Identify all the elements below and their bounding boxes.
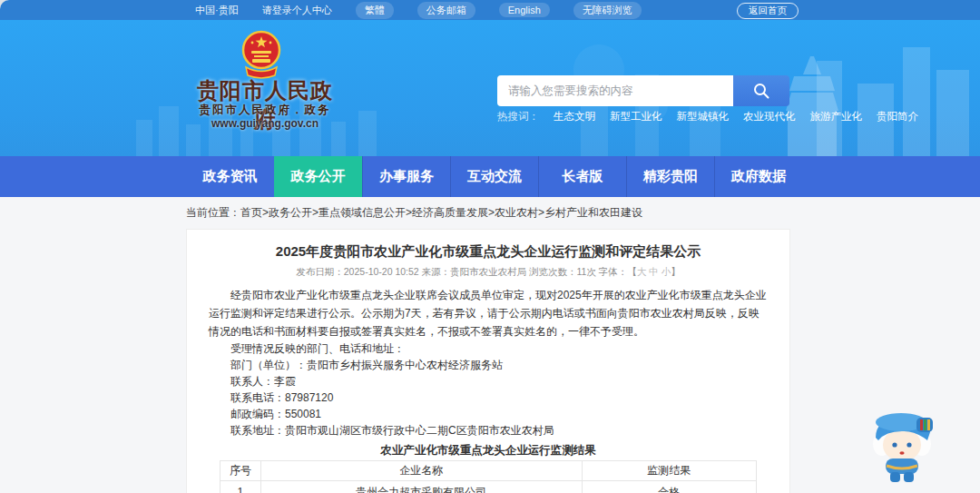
monitor-result-table: 序号 企业名称 监测结果 1 贵州合力超市采购有限公司 合格 2 贵州友禾种业有… bbox=[220, 460, 756, 493]
font-size-large-button[interactable]: 大 bbox=[637, 266, 647, 277]
hot-word-tourism[interactable]: 旅游产业化 bbox=[810, 110, 863, 123]
topbar-item-official-mail[interactable]: 公务邮箱 bbox=[417, 2, 475, 19]
article-meta: 发布日期：2025-10-20 10:52 来源：贵阳市农业农村局 浏览次数：1… bbox=[209, 265, 768, 278]
table-caption: 农业产业化市级重点龙头企业运行监测结果 bbox=[209, 444, 768, 457]
article-source: 来源：贵阳市农业农村局 bbox=[422, 266, 527, 277]
article-line-accept-info: 受理情况反映的部门、电话和地址： bbox=[209, 340, 768, 357]
cell-result: 合格 bbox=[582, 481, 756, 493]
article-line-department: 部门（单位）：贵阳市乡村振兴服务中心农村经济服务站 bbox=[209, 357, 768, 373]
topbar-item-accessibility[interactable]: 无障碍浏览 bbox=[573, 2, 642, 19]
top-utility-bar: 中国·贵阳 请登录个人中心 繁體 公务邮箱 English 无障碍浏览 返回首页 bbox=[0, 0, 980, 20]
nav-item-services[interactable]: 办事服务 bbox=[362, 156, 450, 197]
article-line-address: 联系地址：贵阳市观山湖区市级行政中心二期C区贵阳市农业农村局 bbox=[209, 422, 768, 439]
topbar-item-english[interactable]: English bbox=[499, 3, 550, 17]
search-input[interactable] bbox=[497, 75, 733, 106]
article-title: 2025年度贵阳市农业产业化市级重点龙头企业运行监测和评定结果公示 bbox=[209, 242, 768, 261]
national-emblem-icon bbox=[240, 30, 282, 81]
font-size-label-close: 】 bbox=[671, 266, 681, 277]
site-subtitle: 贵阳市人民政府．政务 bbox=[188, 103, 342, 118]
site-url[interactable]: www.guiyang.gov.cn bbox=[188, 117, 342, 130]
publish-date: 发布日期：2025-10-20 10:52 bbox=[296, 266, 418, 277]
table-row: 1 贵州合力超市采购有限公司 合格 bbox=[220, 481, 756, 493]
hot-word-urbanization[interactable]: 新型城镇化 bbox=[677, 110, 730, 123]
hot-search-row: 热搜词： 生态文明 新型工业化 新型城镇化 农业现代化 旅游产业化 贵阳简介 bbox=[497, 110, 918, 123]
assistant-mascot[interactable] bbox=[867, 408, 941, 488]
search-bar bbox=[497, 75, 789, 106]
cell-index: 1 bbox=[220, 481, 260, 493]
article-line-phone: 联系电话：87987120 bbox=[209, 389, 768, 406]
breadcrumb-label: 当前位置： bbox=[186, 205, 240, 221]
article-body: 经贵阳市农业产业化市级重点龙头企业联席会议成员单位审定，现对2025年开展的农业… bbox=[209, 286, 768, 493]
table-header-row: 序号 企业名称 监测结果 bbox=[220, 461, 756, 481]
hot-word-industrialization[interactable]: 新型工业化 bbox=[610, 110, 662, 123]
nav-item-gov-disclosure[interactable]: 政务公开 bbox=[274, 156, 362, 197]
mascot-icon bbox=[867, 408, 941, 484]
cell-company: 贵州合力超市采购有限公司 bbox=[260, 481, 582, 493]
return-home-button[interactable]: 返回首页 bbox=[737, 3, 799, 19]
nav-item-senior-version[interactable]: 长者版 bbox=[538, 156, 626, 197]
topbar-item-login-personal-center[interactable]: 请登录个人中心 bbox=[262, 4, 332, 17]
header-index: 序号 bbox=[220, 461, 260, 481]
hot-word-ecology[interactable]: 生态文明 bbox=[554, 110, 595, 123]
font-size-medium-button[interactable]: 中 bbox=[649, 266, 659, 277]
search-button[interactable] bbox=[733, 75, 789, 106]
nav-item-news[interactable]: 政务资讯 bbox=[186, 156, 274, 197]
header-company-name: 企业名称 bbox=[260, 461, 582, 481]
header-monitor-result: 监测结果 bbox=[582, 461, 756, 481]
search-icon bbox=[752, 82, 770, 100]
article-line-contact-person: 联系人：李霞 bbox=[209, 373, 768, 389]
breadcrumb: 当前位置： 首页>政务公开>重点领域信息公开>经济高质量发展>农业农村>乡村产业… bbox=[0, 197, 980, 228]
nav-item-interaction[interactable]: 互动交流 bbox=[450, 156, 538, 197]
font-size-label: 字体：【 bbox=[599, 266, 637, 277]
font-size-small-button[interactable]: 小 bbox=[662, 266, 671, 277]
city-skyline-graphic bbox=[0, 20, 980, 156]
hot-word-agriculture[interactable]: 农业现代化 bbox=[743, 110, 796, 123]
nav-item-wonderful-guiyang[interactable]: 精彩贵阳 bbox=[626, 156, 714, 197]
article-card: 2025年度贵阳市农业产业化市级重点龙头企业运行监测和评定结果公示 发布日期：2… bbox=[186, 229, 790, 493]
view-count: 浏览次数：11次 bbox=[529, 266, 596, 277]
topbar-item-traditional-chinese[interactable]: 繁體 bbox=[356, 2, 394, 19]
breadcrumb-path[interactable]: 首页>政务公开>重点领域信息公开>经济高质量发展>农业农村>乡村产业和农田建设 bbox=[240, 205, 642, 221]
main-nav: 政务资讯 政务公开 办事服务 互动交流 长者版 精彩贵阳 政府数据 bbox=[0, 156, 980, 197]
topbar-item-china-guiyang[interactable]: 中国·贵阳 bbox=[195, 4, 239, 17]
nav-item-gov-data[interactable]: 政府数据 bbox=[714, 156, 802, 197]
browser-page: 中国·贵阳 请登录个人中心 繁體 公务邮箱 English 无障碍浏览 返回首页 bbox=[0, 0, 980, 493]
article-paragraph: 经贵阳市农业产业化市级重点龙头企业联席会议成员单位审定，现对2025年开展的农业… bbox=[209, 286, 768, 340]
hot-search-label: 热搜词： bbox=[497, 110, 539, 123]
hot-word-guiyang-intro[interactable]: 贵阳简介 bbox=[877, 110, 918, 123]
site-banner: 贵阳市人民政府 贵阳市人民政府．政务 www.guiyang.gov.cn 热搜… bbox=[0, 20, 980, 156]
article-line-postcode: 邮政编码：550081 bbox=[209, 406, 768, 422]
